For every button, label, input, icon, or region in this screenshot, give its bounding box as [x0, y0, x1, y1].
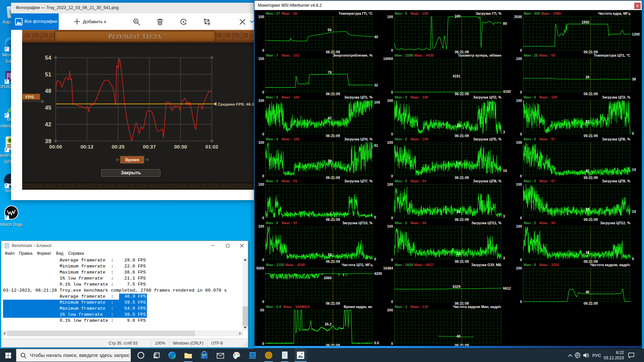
- svg-text:0: 0: [520, 300, 522, 304]
- svg-text:3: 3: [503, 256, 505, 260]
- svg-text:Макс : 6627: Макс : 6627: [414, 263, 434, 267]
- svg-text:Загрузка ЦП1, %: Загрузка ЦП1, %: [344, 95, 373, 99]
- svg-text:42: 42: [328, 116, 332, 120]
- svg-text:0: 0: [262, 216, 264, 220]
- svg-text:51: 51: [45, 71, 51, 78]
- svg-text:Мин : 0: Мин : 0: [524, 95, 536, 99]
- svg-text:100: 100: [454, 14, 461, 18]
- svg-text:Загрузка ГП, %: Загрузка ГП, %: [476, 11, 501, 15]
- svg-text:Средняя FPS: 46.3: Средняя FPS: 46.3: [218, 102, 254, 106]
- svg-text:46: 46: [585, 290, 589, 294]
- svg-text:06:21:09: 06:21:09: [455, 176, 469, 180]
- svg-text:00:50: 00:50: [174, 144, 187, 149]
- svg-text:100: 100: [387, 15, 393, 19]
- svg-text:4191: 4191: [452, 74, 461, 78]
- svg-text:Частота ядра, МГц: Частота ядра, МГц: [598, 11, 631, 15]
- svg-text:0: 0: [391, 300, 393, 304]
- svg-text:Мин : 27: Мин : 27: [266, 11, 280, 15]
- svg-text:0: 0: [262, 48, 264, 52]
- svg-text:00:12: 00:12: [80, 144, 93, 149]
- svg-text:Температура ГП, °C: Температура ГП, °C: [338, 11, 373, 15]
- svg-text:10000: 10000: [383, 57, 393, 61]
- svg-text:0: 0: [520, 174, 522, 178]
- svg-text:54: 54: [45, 55, 51, 61]
- svg-text:100: 100: [258, 140, 264, 144]
- svg-text:0: 0: [520, 132, 522, 136]
- svg-text:26.2: 26.2: [325, 322, 332, 326]
- svg-text:40: 40: [374, 35, 378, 39]
- svg-text:Макс : 184868.5: Макс : 184868.5: [283, 305, 310, 309]
- svg-text:Мин : 0: Мин : 0: [524, 137, 536, 141]
- svg-text:Макс : 100: Макс : 100: [411, 95, 428, 99]
- svg-text:0: 0: [520, 48, 522, 52]
- svg-text:7: 7: [330, 212, 332, 216]
- svg-text:Мин : 25: Мин : 25: [524, 53, 538, 57]
- svg-text:100: 100: [387, 182, 393, 186]
- svg-text:100: 100: [516, 57, 522, 61]
- svg-text:6329: 6329: [452, 285, 461, 289]
- svg-text:19: 19: [457, 124, 461, 128]
- svg-text:Частота ЦП1, МГц: Частота ЦП1, МГц: [341, 263, 373, 267]
- svg-text:0: 0: [391, 90, 393, 94]
- svg-text:0: 0: [520, 258, 522, 262]
- svg-text:2500: 2500: [514, 15, 522, 19]
- svg-text:Макс : 3333: Макс : 3333: [539, 263, 559, 267]
- svg-text:Мин : 0: Мин : 0: [266, 137, 278, 141]
- svg-text:150: 150: [258, 57, 264, 61]
- svg-text:0: 0: [262, 342, 264, 346]
- svg-text:79: 79: [328, 70, 332, 74]
- svg-text:06:21:09: 06:21:09: [584, 92, 598, 96]
- svg-text:13: 13: [457, 209, 461, 214]
- svg-text:06:21:09: 06:21:09: [584, 176, 598, 180]
- svg-text:Макс : 55: Макс : 55: [539, 53, 555, 57]
- svg-text:100: 100: [387, 140, 393, 144]
- svg-text:100: 100: [516, 99, 522, 103]
- svg-text:Загрузка ЦП4, %: Загрузка ЦП4, %: [344, 137, 373, 141]
- svg-text:100: 100: [258, 15, 264, 19]
- svg-text:19: 19: [632, 168, 636, 172]
- svg-text:Мин : 0: Мин : 0: [524, 221, 536, 225]
- svg-text:Температура ЦП1, °C: Температура ЦП1, °C: [594, 53, 630, 57]
- svg-text:Мин : 0: Мин : 0: [524, 179, 536, 183]
- svg-text:100: 100: [516, 224, 522, 228]
- svg-text:3: 3: [503, 214, 505, 218]
- svg-text:06:21:09: 06:21:09: [584, 134, 598, 138]
- svg-text:Макс : 100: Макс : 100: [411, 11, 428, 15]
- svg-text:0: 0: [391, 216, 393, 220]
- svg-text:06:21:09: 06:21:09: [326, 134, 340, 138]
- svg-text:Загрузка ЦП7, %: Загрузка ЦП7, %: [344, 179, 373, 183]
- svg-text:0: 0: [391, 48, 393, 52]
- svg-text:FPS: FPS: [25, 95, 34, 100]
- svg-text:Закрыть: Закрыть: [121, 170, 141, 175]
- svg-text:06:21:09: 06:21:09: [326, 92, 340, 96]
- svg-text:Макс : 97: Макс : 97: [539, 179, 555, 183]
- svg-text:0: 0: [391, 258, 393, 262]
- svg-text:Макс : 97: Макс : 97: [539, 137, 555, 141]
- svg-text:Тахометр кулера, об/мин: Тахометр кулера, об/мин: [458, 53, 501, 57]
- svg-text:Макс : 94: Макс : 94: [539, 221, 555, 225]
- svg-text:00:00: 00:00: [49, 144, 62, 149]
- svg-text:Макс : 4200: Макс : 4200: [285, 263, 305, 267]
- svg-text:100: 100: [516, 182, 522, 186]
- svg-text:Мин : 0: Мин : 0: [266, 95, 278, 99]
- svg-text:Макс : 91: Макс : 91: [282, 179, 298, 183]
- svg-text:06:21:09: 06:21:09: [326, 176, 340, 180]
- svg-text:13: 13: [457, 251, 461, 255]
- svg-text:16384: 16384: [383, 266, 393, 270]
- svg-text:Время: Время: [125, 157, 139, 162]
- svg-text:4200: 4200: [374, 272, 382, 276]
- svg-text:Мин : 0: Мин : 0: [395, 179, 407, 183]
- svg-text:5000: 5000: [256, 266, 264, 270]
- svg-text:Макс : 4435: Макс : 4435: [414, 53, 434, 57]
- svg-text:91: 91: [374, 143, 378, 147]
- svg-text:Макс : 94: Макс : 94: [411, 179, 426, 183]
- svg-text:06:21:09: 06:21:09: [455, 92, 469, 96]
- svg-text:Макс : 65: Макс : 65: [282, 11, 298, 15]
- svg-text:Мин : 0: Мин : 0: [395, 221, 407, 225]
- svg-text:06:21:09: 06:21:09: [455, 134, 469, 138]
- svg-text:0: 0: [520, 216, 522, 220]
- svg-text:Мин : 0: Мин : 0: [524, 263, 536, 267]
- svg-text:06:21:09: 06:21:09: [326, 301, 340, 305]
- svg-text:200: 200: [516, 266, 522, 270]
- svg-text:Мин : 0: Мин : 0: [266, 221, 278, 225]
